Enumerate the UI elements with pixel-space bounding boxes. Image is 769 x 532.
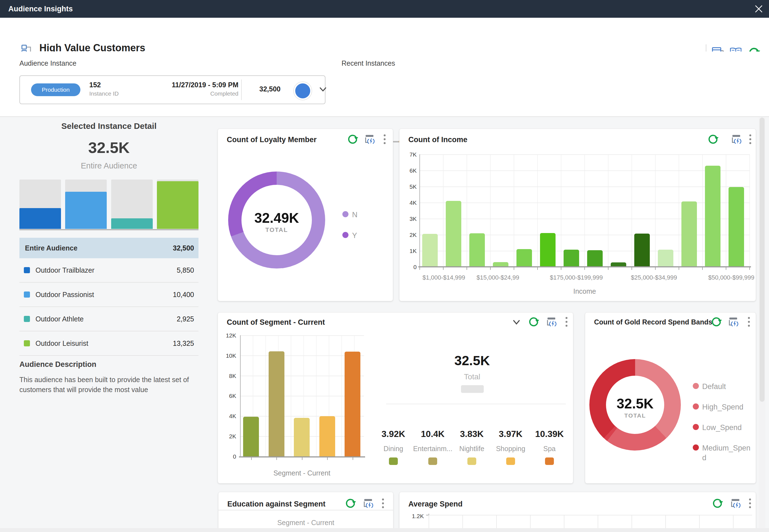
environment-badge[interactable]: Production <box>31 83 80 96</box>
horizontal-scrollbar[interactable] <box>0 528 769 532</box>
y-tick-label: 6K <box>218 393 236 399</box>
legend-dot <box>342 232 348 238</box>
legend-dot <box>342 211 348 217</box>
refresh-icon[interactable] <box>347 134 358 145</box>
filter-data-icon[interactable] <box>728 316 739 327</box>
segment-item-swatch <box>428 457 437 465</box>
kebab-menu-icon[interactable] <box>561 316 572 327</box>
card-header-divider <box>218 510 393 510</box>
list-item-value: 5,850 <box>177 266 194 274</box>
card-title: Count of Gold Record Spend Bands <box>594 318 712 326</box>
kebab-menu-icon[interactable] <box>377 498 389 509</box>
chevron-down-icon[interactable] <box>319 87 326 92</box>
detail-total-label: Entire Audience <box>19 161 198 170</box>
instance-selector[interactable]: Production 152 Instance ID 11/27/2019 - … <box>19 75 325 104</box>
refresh-icon[interactable] <box>711 316 722 327</box>
vertical-scrollbar[interactable] <box>759 117 765 532</box>
legend-dot <box>693 444 699 451</box>
card-segment-current: Count of Segment - Current 12K10K8K6K4K2… <box>218 312 573 484</box>
segment-list: Entire Audience 32,500 Outdoor Trailblaz… <box>19 238 198 356</box>
axis-tick <box>561 267 561 270</box>
instance-card-divider <box>241 80 242 100</box>
legend-label[interactable]: High_Spend <box>702 402 744 412</box>
color-swatch <box>24 291 30 298</box>
list-item-outdoor-leisurist[interactable]: Outdoor Leisurist 13,325 <box>19 331 198 356</box>
legend-label[interactable]: Default <box>702 382 726 392</box>
bar <box>540 233 556 267</box>
kebab-menu-icon[interactable] <box>744 498 755 509</box>
legend-label[interactable]: Medium_Spend <box>702 443 751 463</box>
segment-item-value: 10.4K <box>421 429 445 439</box>
legend-dot <box>693 403 699 410</box>
axis-tick <box>537 267 538 270</box>
axis-tick <box>655 267 656 270</box>
axis-tick <box>302 457 302 460</box>
kebab-menu-icon[interactable] <box>743 316 754 327</box>
segment-item-label: Nightlife <box>459 445 484 453</box>
card-title: Average Spend <box>408 500 463 508</box>
segment-item-label: Shopping <box>496 445 525 453</box>
refresh-icon[interactable] <box>345 498 356 509</box>
legend-label[interactable]: Y <box>352 231 357 241</box>
detail-total: 32.5K <box>19 139 198 157</box>
y-tick-label: 12K <box>218 332 236 339</box>
chevron-down-icon[interactable] <box>511 317 522 328</box>
list-item-outdoor-athlete[interactable]: Outdoor Athlete 2,925 <box>19 307 198 331</box>
x-tick-label: $1,000-$14,999 <box>423 274 465 281</box>
y-tick-label: 3K <box>400 216 417 222</box>
y-tick-label: 2K <box>218 433 236 440</box>
segment-item-swatch <box>545 457 554 465</box>
axis-tick <box>420 267 420 270</box>
donut-total-label: TOTAL <box>235 226 318 234</box>
instance-count-dot <box>294 82 311 100</box>
list-item-value: 2,925 <box>177 315 194 323</box>
instance-datetime: 11/27/2019 - 5:09 PM <box>172 81 238 89</box>
bar <box>681 201 697 267</box>
list-item-label: Entire Audience <box>25 244 77 252</box>
axis-tick <box>251 457 252 460</box>
card-title: Count of Loyalty Member <box>227 135 316 144</box>
list-item-outdoor-trailblazer[interactable]: Outdoor Trailblazer 5,850 <box>19 258 198 283</box>
card-loyalty-member: Count of Loyalty Member 32.49K TOTAL N Y <box>218 129 393 301</box>
list-item-outdoor-passionist[interactable]: Outdoor Passionist 10,400 <box>19 283 198 307</box>
refresh-icon[interactable] <box>528 316 539 327</box>
donut-total-label: TOTAL <box>594 412 677 419</box>
instance-id-label: Instance ID <box>89 90 119 97</box>
legend-label[interactable]: N <box>352 210 357 220</box>
bar <box>658 250 673 267</box>
filter-data-icon[interactable] <box>546 316 557 327</box>
axis-tick <box>702 267 703 270</box>
mini-bar-track <box>111 180 153 229</box>
kebab-menu-icon[interactable] <box>379 134 390 145</box>
axis-tick <box>490 267 491 270</box>
income-yaxis-line <box>420 154 420 267</box>
filter-data-icon[interactable] <box>730 498 741 509</box>
kebab-menu-icon[interactable] <box>745 134 756 145</box>
axis-tick <box>584 267 585 270</box>
window-title: Audience Insights <box>8 5 73 13</box>
y-tick-label: 2K <box>400 232 417 238</box>
segment-item-label: Spa <box>543 445 556 453</box>
bar <box>319 416 335 456</box>
segment-item-value: 3.83K <box>460 429 484 439</box>
legend-label[interactable]: Low_Spend <box>702 423 742 433</box>
income-xaxis-title: Income <box>573 287 596 295</box>
list-item-entire-audience[interactable]: Entire Audience 32,500 <box>19 238 198 258</box>
close-icon[interactable] <box>755 5 763 13</box>
axis-tick <box>679 267 679 270</box>
y-tick-label: 0 <box>218 453 236 460</box>
y-tick-label: 8K <box>218 373 236 379</box>
scrollbar-thumb[interactable] <box>760 117 765 402</box>
axis-tick <box>514 267 514 270</box>
filter-data-icon[interactable] <box>362 498 374 509</box>
refresh-icon[interactable] <box>707 134 719 145</box>
bar <box>517 249 532 267</box>
filter-data-icon[interactable] <box>364 134 375 145</box>
filter-data-icon[interactable] <box>731 134 742 145</box>
list-item-label: Outdoor Leisurist <box>35 339 88 347</box>
bar <box>243 417 259 456</box>
card-title: Education against Segment <box>227 500 325 508</box>
mini-chart-axis <box>19 229 198 230</box>
axis-tick <box>632 267 632 270</box>
refresh-icon[interactable] <box>712 498 723 509</box>
